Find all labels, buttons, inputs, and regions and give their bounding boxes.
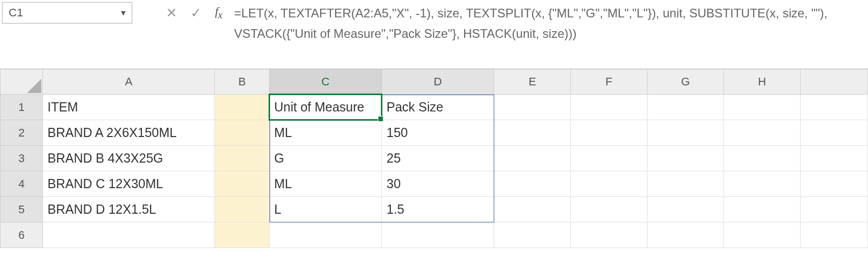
row-header-4[interactable]: 4 (0, 171, 43, 197)
col-header-F[interactable]: F (571, 69, 647, 95)
cell-F3[interactable] (571, 146, 647, 171)
cell-G5[interactable] (647, 197, 724, 222)
cell-G2[interactable] (647, 120, 724, 146)
cell-F4[interactable] (571, 171, 647, 197)
cell-E2[interactable] (494, 120, 571, 146)
cell-overflow-6[interactable] (801, 222, 868, 248)
cell-E1[interactable] (494, 95, 571, 120)
formula-input[interactable]: =LET(x, TEXTAFTER(A2:A5,"X", -1), size, … (233, 0, 868, 47)
name-box-value: C1 (9, 6, 23, 19)
cell-C1[interactable]: Unit of Measure (270, 95, 382, 120)
cell-D3[interactable]: 25 (382, 146, 494, 171)
cell-D2[interactable]: 150 (382, 120, 494, 146)
fx-icon[interactable]: fx (215, 5, 222, 21)
cell-H1[interactable] (724, 95, 801, 120)
cell-F2[interactable] (571, 120, 647, 146)
cell-H6[interactable] (724, 222, 801, 248)
row-header-2[interactable]: 2 (0, 120, 43, 146)
col-header-overflow (801, 69, 868, 95)
cell-B2[interactable] (215, 120, 270, 146)
cell-B4[interactable] (215, 171, 270, 197)
col-header-D[interactable]: D (382, 69, 494, 95)
cell-D1[interactable]: Pack Size (382, 95, 494, 120)
cell-F5[interactable] (571, 197, 647, 222)
cell-A6[interactable] (43, 222, 215, 248)
col-header-E[interactable]: E (494, 69, 571, 95)
cell-E3[interactable] (494, 146, 571, 171)
cell-D5[interactable]: 1.5 (382, 197, 494, 222)
cell-A5[interactable]: BRAND D 12X1.5L (43, 197, 215, 222)
cell-A4[interactable]: BRAND C 12X30ML (43, 171, 215, 197)
cell-overflow-2[interactable] (801, 120, 868, 146)
cell-E5[interactable] (494, 197, 571, 222)
cell-B5[interactable] (215, 197, 270, 222)
cell-A3[interactable]: BRAND B 4X3X25G (43, 146, 215, 171)
cell-overflow-1[interactable] (801, 95, 868, 120)
col-header-A[interactable]: A (43, 69, 215, 95)
chevron-down-icon[interactable]: ▾ (121, 7, 126, 18)
cell-H2[interactable] (724, 120, 801, 146)
cell-overflow-5[interactable] (801, 197, 868, 222)
name-box[interactable]: C1 ▾ (2, 2, 132, 24)
cell-C3[interactable]: G (270, 146, 382, 171)
cell-D6[interactable] (382, 222, 494, 248)
col-header-H[interactable]: H (724, 69, 801, 95)
cell-B3[interactable] (215, 146, 270, 171)
cell-C4[interactable]: ML (270, 171, 382, 197)
cell-C5[interactable]: L (270, 197, 382, 222)
cell-overflow-3[interactable] (801, 146, 868, 171)
formula-bar-buttons: ✕ ✓ fx (135, 0, 233, 26)
formula-bar-row: C1 ▾ ✕ ✓ fx =LET(x, TEXTAFTER(A2:A5,"X",… (0, 0, 868, 69)
row-header-5[interactable]: 5 (0, 197, 43, 222)
cell-G6[interactable] (647, 222, 724, 248)
cell-F1[interactable] (571, 95, 647, 120)
cell-E4[interactable] (494, 171, 571, 197)
enter-icon[interactable]: ✓ (190, 6, 202, 19)
row-header-3[interactable]: 3 (0, 146, 43, 171)
cell-G3[interactable] (647, 146, 724, 171)
cell-B6[interactable] (215, 222, 270, 248)
cell-A2[interactable]: BRAND A 2X6X150ML (43, 120, 215, 146)
cancel-icon[interactable]: ✕ (166, 6, 177, 19)
cell-A1[interactable]: ITEM (43, 95, 215, 120)
cell-H4[interactable] (724, 171, 801, 197)
cell-G1[interactable] (647, 95, 724, 120)
col-header-B[interactable]: B (215, 69, 270, 95)
cell-overflow-4[interactable] (801, 171, 868, 197)
cell-H5[interactable] (724, 197, 801, 222)
cell-B1[interactable] (215, 95, 270, 120)
cell-F6[interactable] (571, 222, 647, 248)
col-header-G[interactable]: G (647, 69, 724, 95)
spreadsheet-grid[interactable]: A B C D E F G H 1 ITEM Unit of Measure P… (0, 69, 868, 248)
select-all-corner[interactable] (0, 69, 43, 95)
cell-E6[interactable] (494, 222, 571, 248)
cell-H3[interactable] (724, 146, 801, 171)
col-header-C[interactable]: C (270, 69, 382, 95)
row-header-6[interactable]: 6 (0, 222, 43, 248)
cell-G4[interactable] (647, 171, 724, 197)
cell-D4[interactable]: 30 (382, 171, 494, 197)
row-header-1[interactable]: 1 (0, 95, 43, 120)
cell-C6[interactable] (270, 222, 382, 248)
cell-C2[interactable]: ML (270, 120, 382, 146)
